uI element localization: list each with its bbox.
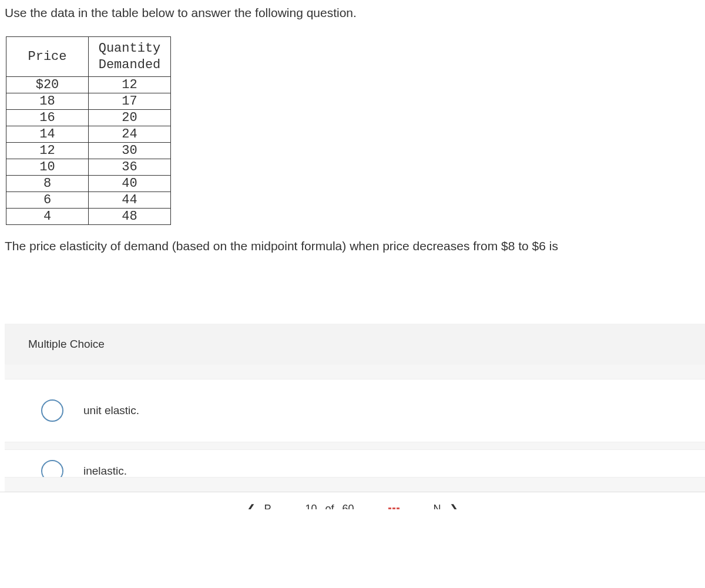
qty-header-line2: Demanded <box>99 58 161 72</box>
instruction-text: Use the data in the table below to answe… <box>5 6 700 20</box>
multiple-choice-heading: Multiple Choice <box>5 324 705 365</box>
cell-qty: 48 <box>89 209 171 225</box>
grid-icon[interactable] <box>388 508 400 510</box>
cell-price: 18 <box>6 93 89 110</box>
prev-label[interactable]: P <box>264 503 271 510</box>
cell-price: 4 <box>6 209 89 225</box>
cell-qty: 12 <box>89 77 171 93</box>
choice-option[interactable]: unit elastic. <box>5 379 705 442</box>
cell-price: 14 <box>6 126 89 143</box>
table-row: 1620 <box>6 110 171 126</box>
cell-price: 16 <box>6 110 89 126</box>
table-row: 1036 <box>6 159 171 176</box>
cell-qty: 17 <box>89 93 171 110</box>
page-total: 60 <box>343 503 354 510</box>
table-row: 448 <box>6 209 171 225</box>
data-table: Price Quantity Demanded $2012 1817 1620 … <box>6 36 171 225</box>
choices-container: unit elastic. inelastic. <box>5 365 705 492</box>
cell-price: $20 <box>6 77 89 93</box>
cell-qty: 36 <box>89 159 171 176</box>
page-current: 10 <box>305 503 317 510</box>
next-label[interactable]: N <box>434 503 441 510</box>
page-of: of <box>325 503 334 510</box>
choice-label: inelastic. <box>83 465 127 478</box>
cell-qty: 40 <box>89 176 171 192</box>
cell-qty: 20 <box>89 110 171 126</box>
chevron-right-icon[interactable]: ❯ <box>449 502 458 509</box>
table-header-quantity: Quantity Demanded <box>89 37 171 77</box>
table-row: 840 <box>6 176 171 192</box>
table-row: 1230 <box>6 143 171 159</box>
cell-qty: 44 <box>89 192 171 209</box>
cell-qty: 24 <box>89 126 171 143</box>
bottom-nav: ❮ P 10 of 60 N ❯ <box>0 492 705 509</box>
cell-price: 6 <box>6 192 89 209</box>
table-row: $2012 <box>6 77 171 93</box>
qty-header-line1: Quantity <box>99 41 161 56</box>
chevron-left-icon[interactable]: ❮ <box>247 502 256 509</box>
cell-price: 10 <box>6 159 89 176</box>
table-row: 1817 <box>6 93 171 110</box>
table-header-price: Price <box>6 37 89 77</box>
table-row: 1424 <box>6 126 171 143</box>
radio-icon[interactable] <box>41 399 63 422</box>
radio-icon[interactable] <box>41 460 63 478</box>
table-row: 644 <box>6 192 171 209</box>
choice-label: unit elastic. <box>83 404 139 417</box>
question-text: The price elasticity of demand (based on… <box>5 239 700 253</box>
cell-qty: 30 <box>89 143 171 159</box>
cell-price: 12 <box>6 143 89 159</box>
choice-option[interactable]: inelastic. <box>5 449 705 478</box>
cell-price: 8 <box>6 176 89 192</box>
